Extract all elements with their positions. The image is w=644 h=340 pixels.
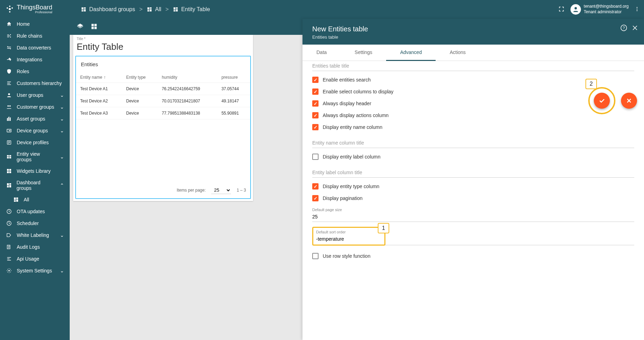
table-row[interactable]: Test Device A1Device76.2542241664275937.… bbox=[76, 83, 250, 95]
widget-preview-card: Title * Entity Table Entities Entity nam… bbox=[73, 35, 253, 201]
display-label-checkbox[interactable]: Display entity label column bbox=[312, 154, 634, 160]
account-email: tenant@thingsboard.org bbox=[584, 4, 629, 9]
svg-rect-20 bbox=[9, 185, 11, 187]
callout-1: 1 bbox=[378, 223, 389, 233]
logo[interactable]: ThingsBoard Professional bbox=[0, 0, 70, 18]
fullscreen-icon[interactable] bbox=[558, 6, 565, 14]
help-icon[interactable]: ? bbox=[620, 24, 627, 32]
sidebar-item-data-converters[interactable]: Data converters bbox=[0, 42, 70, 54]
svg-point-43 bbox=[637, 8, 638, 9]
fab-group: 2 bbox=[588, 87, 637, 114]
breadcrumb-separator: > bbox=[166, 6, 169, 13]
cancel-button[interactable] bbox=[621, 93, 637, 109]
column-header[interactable]: Entity name↑ bbox=[76, 72, 122, 83]
sidebar-item-white-labeling[interactable]: White Labeling⌄ bbox=[0, 229, 70, 241]
convert-icon bbox=[6, 45, 13, 51]
chevron-down-icon: ⌄ bbox=[60, 232, 64, 238]
always-header-checkbox[interactable]: Always display header bbox=[312, 100, 634, 107]
default-page-size-input[interactable] bbox=[312, 212, 634, 222]
hierarchy-icon bbox=[6, 80, 13, 86]
chevron-down-icon: ⌄ bbox=[60, 116, 64, 122]
close-icon[interactable] bbox=[631, 24, 638, 32]
svg-point-5 bbox=[9, 105, 11, 107]
sidebar-item-home[interactable]: Home bbox=[0, 18, 70, 30]
pagination: Items per page: 25 1 – 3 bbox=[76, 182, 250, 198]
svg-rect-17 bbox=[9, 171, 11, 173]
entity-name-column-title-input[interactable] bbox=[312, 138, 634, 148]
sidebar-item-system-settings[interactable]: System Settings⌄ bbox=[0, 265, 70, 277]
apply-button[interactable] bbox=[594, 93, 610, 109]
profiles-icon bbox=[6, 140, 13, 145]
dashboard-icon bbox=[81, 7, 86, 12]
svg-point-2 bbox=[10, 37, 11, 38]
svg-rect-19 bbox=[9, 183, 11, 185]
user-icon bbox=[6, 92, 13, 98]
sidebar-item-device-groups[interactable]: Device groups⌄ bbox=[0, 125, 70, 137]
svg-text:?: ? bbox=[623, 25, 625, 30]
audit-icon bbox=[6, 244, 13, 250]
display-pagination-checkbox[interactable]: Display pagination bbox=[312, 195, 634, 201]
tab-actions[interactable]: Actions bbox=[436, 45, 480, 61]
sidebar-item-user-groups[interactable]: User groups⌄ bbox=[0, 89, 70, 101]
sidebar-item-ota-updates[interactable]: OTA updates bbox=[0, 206, 70, 217]
sidebar-item-label: Integrations bbox=[17, 57, 42, 62]
sidebar-item-rule-chains[interactable]: Rule chains bbox=[0, 30, 70, 42]
sort-asc-icon: ↑ bbox=[104, 75, 106, 80]
account-menu[interactable]: tenant@thingsboard.org Tenant administra… bbox=[570, 4, 629, 15]
display-type-checkbox[interactable]: Display entity type column bbox=[312, 183, 634, 190]
customers-icon bbox=[6, 104, 13, 110]
column-header[interactable]: Entity type bbox=[122, 72, 158, 83]
sidebar-item-dashboard-groups[interactable]: Dashboard groups⌃ bbox=[0, 177, 70, 194]
sidebar-item-customer-groups[interactable]: Customer groups⌄ bbox=[0, 101, 70, 113]
sidebar-item-label: Device profiles bbox=[17, 140, 49, 145]
svg-rect-24 bbox=[16, 199, 18, 202]
table-row[interactable]: Test Device A3Device77.7985138848313855.… bbox=[76, 107, 250, 119]
more-icon[interactable] bbox=[634, 6, 640, 13]
sidebar-item-entity-view-groups[interactable]: Entity view groups⌄ bbox=[0, 148, 70, 165]
sidebar-item-roles[interactable]: Roles bbox=[0, 65, 70, 77]
page-size-label: Default page size bbox=[312, 208, 634, 212]
svg-rect-13 bbox=[9, 157, 11, 159]
svg-point-7 bbox=[8, 130, 8, 131]
layout-icon[interactable] bbox=[91, 23, 98, 31]
entities-table-title-input[interactable] bbox=[312, 61, 634, 71]
enable-columns-checkbox[interactable]: Enable select columns to display bbox=[312, 88, 634, 95]
svg-point-3 bbox=[8, 93, 10, 95]
sidebar-item-api-usage[interactable]: Api Usage bbox=[0, 253, 70, 265]
sidebar-item-widgets-library[interactable]: Widgets Library bbox=[0, 165, 70, 177]
sidebar-item-device-profiles[interactable]: Device profiles bbox=[0, 137, 70, 148]
column-header[interactable]: humidity bbox=[158, 72, 217, 83]
breadcrumb-item[interactable]: All bbox=[147, 6, 161, 13]
tab-data[interactable]: Data bbox=[302, 45, 341, 61]
svg-rect-29 bbox=[82, 7, 83, 10]
widget-card-title: Entities bbox=[76, 56, 250, 72]
page-range: 1 – 3 bbox=[237, 188, 246, 193]
svg-point-1 bbox=[10, 34, 11, 35]
chevron-up-icon: ⌃ bbox=[60, 183, 64, 188]
breadcrumb-item[interactable]: Entity Table bbox=[173, 6, 210, 13]
sidebar-item-integrations[interactable]: Integrations bbox=[0, 54, 70, 65]
tab-advanced[interactable]: Advanced bbox=[386, 45, 436, 61]
column-header[interactable]: pressure bbox=[217, 72, 250, 83]
sidebar-subitem-all[interactable]: All bbox=[0, 194, 70, 206]
items-per-page-select[interactable]: 25 bbox=[211, 186, 231, 194]
sidebar-item-scheduler[interactable]: Scheduler bbox=[0, 217, 70, 229]
tab-settings[interactable]: Settings bbox=[341, 45, 386, 61]
svg-point-42 bbox=[637, 7, 638, 8]
sidebar-item-audit-logs[interactable]: Audit Logs bbox=[0, 241, 70, 253]
clock-icon bbox=[6, 221, 13, 226]
default-sort-order-input[interactable] bbox=[316, 234, 382, 244]
sort-order-label: Default sort order bbox=[316, 230, 382, 234]
display-name-checkbox[interactable]: Display entity name column bbox=[312, 124, 634, 130]
sidebar-item-label: Dashboard groups bbox=[17, 180, 56, 191]
svg-rect-31 bbox=[84, 9, 86, 11]
svg-rect-12 bbox=[7, 157, 9, 159]
sidebar-item-customers-hierarchy[interactable]: Customers hierarchy bbox=[0, 77, 70, 89]
always-actions-checkbox[interactable]: Always display actions column bbox=[312, 112, 634, 118]
entity-label-column-title-input[interactable] bbox=[312, 168, 634, 178]
table-row[interactable]: Test Device A2Device70.0170321842180749.… bbox=[76, 95, 250, 107]
sidebar-item-asset-groups[interactable]: Asset groups⌄ bbox=[0, 113, 70, 125]
layers-icon[interactable] bbox=[77, 23, 84, 31]
breadcrumb-item[interactable]: Dashboard groups bbox=[81, 6, 135, 13]
row-style-checkbox[interactable]: Use row style function bbox=[312, 253, 634, 259]
